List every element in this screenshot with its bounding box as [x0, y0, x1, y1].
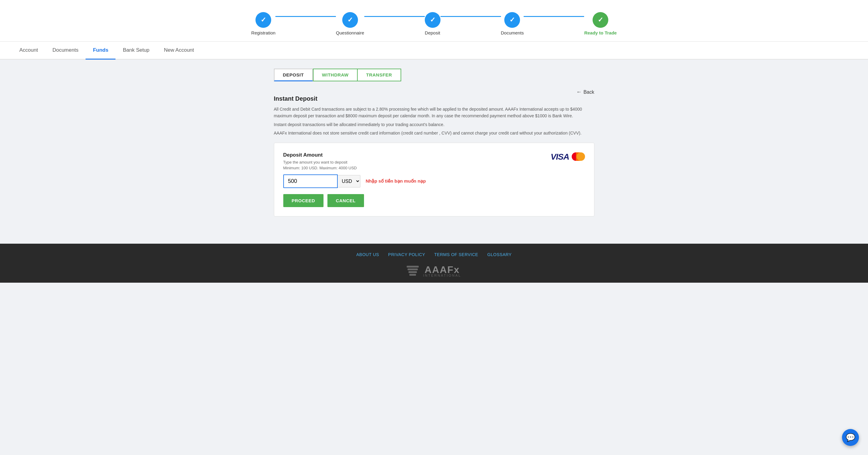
description-paragraph: All Credit and Debit Card transactions a…: [274, 106, 594, 119]
brand-sub: INTERNATIONAL: [423, 274, 461, 277]
nav-tab-new-account[interactable]: New Account: [157, 42, 201, 60]
step-line-3: [440, 16, 501, 17]
description-paragraph: Instant deposit transactions will be all…: [274, 121, 594, 128]
description-paragraph: AAAFx International does not store sensi…: [274, 130, 594, 136]
logo-bar-4: [409, 274, 416, 276]
currency-select[interactable]: USDEURGBP: [338, 175, 361, 187]
step-line-1: [275, 16, 336, 17]
error-message: Nhập số tiền bạn muốn nạp: [366, 178, 426, 184]
progress-section: ✓Registration✓Questionnaire✓Deposit✓Docu…: [0, 0, 868, 42]
step-circle-1: ✓: [342, 12, 358, 28]
step-circle-0: ✓: [255, 12, 271, 28]
back-arrow-icon: ←: [576, 89, 582, 95]
deposit-card-subtitle: Type the amount you want to deposit: [283, 160, 585, 164]
footer-brand: AAAFx INTERNATIONAL: [0, 264, 868, 277]
sub-tab-deposit[interactable]: DEPOSIT: [274, 69, 313, 81]
progress-step-deposit: ✓Deposit: [425, 12, 440, 35]
cancel-button[interactable]: CANCEL: [328, 194, 364, 207]
section-description: All Credit and Debit Card transactions a…: [274, 106, 594, 136]
sub-tab-withdraw[interactable]: WITHDRAW: [313, 69, 358, 81]
progress-step-questionnaire: ✓Questionnaire: [336, 12, 364, 35]
amount-input[interactable]: [283, 175, 338, 188]
nav-tab-funds[interactable]: Funds: [86, 42, 116, 60]
step-label-3: Documents: [501, 30, 524, 35]
step-line-4: [524, 16, 584, 17]
step-line-2: [364, 16, 425, 17]
step-circle-2: ✓: [425, 12, 440, 28]
step-circle-4: ✓: [593, 12, 608, 28]
footer-link-terms-of-service[interactable]: TERMS OF SERVICE: [434, 252, 478, 257]
step-label-0: Registration: [251, 30, 275, 35]
amount-row: USDEURGBP Nhập số tiền bạn muốn nạp: [283, 175, 585, 188]
nav-tab-bank-setup[interactable]: Bank Setup: [116, 42, 157, 60]
step-circle-3: ✓: [504, 12, 520, 28]
card-logos: VISA: [551, 152, 585, 162]
chat-icon: 💬: [846, 433, 855, 442]
progress-step-registration: ✓Registration: [251, 12, 275, 35]
deposit-card-title: Deposit Amount: [283, 152, 585, 158]
step-label-4: Ready to Trade: [584, 30, 617, 35]
footer-link-glossary[interactable]: GLOSSARY: [487, 252, 512, 257]
nav-tabs: AccountDocumentsFundsBank SetupNew Accou…: [0, 42, 868, 60]
logo-bar-1: [407, 266, 419, 268]
sub-tab-transfer[interactable]: TRANSFER: [357, 69, 401, 81]
progress-step-ready-to-trade: ✓Ready to Trade: [584, 12, 617, 35]
footer: ABOUT USPRIVACY POLICYTERMS OF SERVICEGL…: [0, 244, 868, 283]
step-label-2: Deposit: [425, 30, 440, 35]
proceed-button[interactable]: PROCEED: [283, 194, 324, 207]
visa-logo: VISA: [551, 152, 569, 162]
back-label: Back: [584, 90, 594, 95]
footer-link-about-us[interactable]: ABOUT US: [356, 252, 379, 257]
footer-link-privacy-policy[interactable]: PRIVACY POLICY: [388, 252, 425, 257]
deposit-card: VISA Deposit Amount Type the amount you …: [274, 143, 594, 216]
form-actions: PROCEED CANCEL: [283, 194, 585, 207]
mastercard-logo: [572, 152, 585, 161]
nav-tab-account[interactable]: Account: [12, 42, 45, 60]
progress-step-documents: ✓Documents: [501, 12, 524, 35]
deposit-limit-text: Minimum: 100 USD. Maximum: 4000 USD: [283, 166, 585, 170]
logo-bar-3: [408, 271, 417, 273]
section-title: Instant Deposit: [274, 95, 594, 102]
step-label-1: Questionnaire: [336, 30, 364, 35]
sub-tabs-container: DEPOSITWITHDRAWTRANSFER: [274, 69, 594, 81]
footer-logo-icon: [407, 266, 419, 276]
back-button[interactable]: ← Back: [576, 89, 594, 95]
progress-bar: ✓Registration✓Questionnaire✓Deposit✓Docu…: [0, 9, 868, 41]
sub-tabs-row: DEPOSITWITHDRAWTRANSFER ← Back: [274, 69, 594, 95]
main-content: DEPOSITWITHDRAWTRANSFER ← Back Instant D…: [268, 60, 600, 225]
logo-bar-2: [407, 269, 418, 270]
brand-text-block: AAAFx INTERNATIONAL: [423, 264, 461, 277]
footer-links: ABOUT USPRIVACY POLICYTERMS OF SERVICEGL…: [0, 252, 868, 257]
chat-button[interactable]: 💬: [842, 429, 859, 446]
nav-tab-documents[interactable]: Documents: [45, 42, 86, 60]
